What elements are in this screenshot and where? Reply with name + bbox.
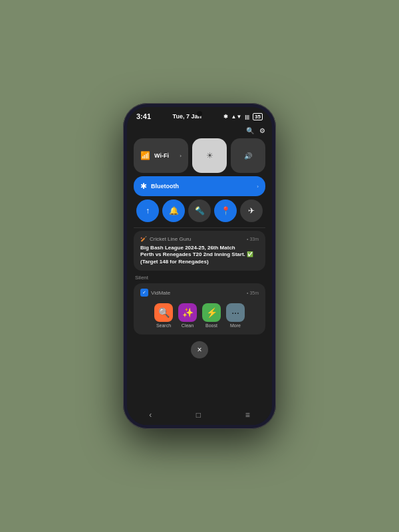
bluetooth-tile[interactable]: ✱ Bluetooth ›: [134, 176, 265, 196]
vidmate-apps-row: 🔍 Search ✨ Clean ⚡ Boost ··· More: [140, 299, 259, 329]
vidmate-header: ✓ VidMate • 35m: [140, 289, 259, 297]
close-icon: ×: [197, 345, 201, 354]
vidmate-time: • 35m: [247, 291, 259, 295]
vidmate-boost-app[interactable]: ⚡ Boost: [202, 303, 221, 328]
qs-row-2: ✱ Bluetooth ›: [134, 176, 265, 196]
wifi-label: Wi-Fi: [154, 152, 169, 159]
battery-icon: 35: [253, 113, 263, 120]
search-icon[interactable]: 🔍: [246, 127, 254, 134]
bluetooth-icon: ✱: [140, 182, 147, 191]
vidmate-more-app[interactable]: ··· More: [226, 303, 245, 328]
phone-screen: 3:41 Tue, 7 Jan ✱ ▲▼ ||| 35 🔍 ⚙ 📶: [127, 107, 272, 425]
phone-device: 3:41 Tue, 7 Jan ✱ ▲▼ ||| 35 🔍 ⚙ 📶: [123, 103, 276, 429]
vidmate-more-icon: ···: [226, 303, 245, 322]
close-notifications-button[interactable]: ×: [191, 341, 208, 358]
bluetooth-status-icon: ✱: [223, 114, 228, 120]
silent-section-label: Silent: [134, 275, 265, 281]
wifi-icon: 📶: [140, 151, 150, 160]
back-button[interactable]: ‹: [142, 409, 158, 421]
vidmate-search-icon: 🔍: [154, 303, 173, 322]
settings-icon[interactable]: ⚙: [259, 127, 265, 134]
data-toggle[interactable]: ↑: [136, 200, 159, 222]
qs-icon-row: ↑ 🔔 🔦 📍 ✈: [134, 200, 265, 222]
status-time: 3:41: [136, 112, 151, 120]
vidmate-clean-label: Clean: [182, 323, 194, 328]
cricket-notification[interactable]: 🏏 Cricket Line Guru • 33m Big Bash Leagu…: [134, 231, 265, 271]
alarm-toggle[interactable]: 🔔: [162, 200, 185, 222]
airplane-toggle[interactable]: ✈: [240, 200, 263, 222]
cricket-notif-text: Big Bash League 2024-25, 26th MatchPerth…: [140, 245, 259, 265]
qs-header: 🔍 ⚙: [134, 126, 265, 138]
brightness-icon: ☀: [206, 151, 213, 160]
vidmate-clean-app[interactable]: ✨ Clean: [178, 303, 197, 328]
quick-settings-panel: 🔍 ⚙ 📶 Wi-Fi › ☀ 🔊: [127, 123, 272, 406]
vidmate-app-name: VidMate: [151, 290, 170, 296]
signal-icon: ▲▼: [231, 114, 242, 120]
bluetooth-label: Bluetooth: [151, 183, 179, 190]
navigation-bar: ‹ □ ≡: [127, 406, 272, 425]
volume-tile[interactable]: 🔊: [231, 138, 265, 173]
wifi-tile[interactable]: 📶 Wi-Fi ›: [134, 138, 188, 173]
vidmate-notification[interactable]: ✓ VidMate • 35m 🔍 Search ✨ Clean ⚡: [134, 283, 265, 334]
cricket-notif-header: 🏏 Cricket Line Guru • 33m: [140, 236, 259, 242]
location-toggle[interactable]: 📍: [214, 200, 237, 222]
bluetooth-arrow: ›: [257, 184, 259, 190]
vidmate-search-app[interactable]: 🔍 Search: [154, 303, 173, 328]
close-button-area: ×: [134, 338, 265, 360]
qs-row-1: 📶 Wi-Fi › ☀ 🔊: [134, 138, 265, 173]
vidmate-boost-label: Boost: [205, 323, 217, 328]
vidmate-search-label: Search: [156, 323, 171, 328]
brightness-tile[interactable]: ☀: [192, 138, 227, 173]
vidmate-check-icon: ✓: [140, 289, 148, 297]
vidmate-more-label: More: [230, 323, 241, 328]
camera-notch: [197, 111, 202, 116]
divider-1: [134, 227, 265, 228]
recents-button[interactable]: ≡: [239, 409, 257, 421]
home-button[interactable]: □: [190, 409, 207, 421]
wifi-arrow: ›: [180, 153, 182, 159]
qs-header-icons: 🔍 ⚙: [246, 127, 265, 134]
cricket-app-name: Cricket Line Guru: [150, 236, 191, 242]
vidmate-clean-icon: ✨: [178, 303, 197, 322]
flashlight-toggle[interactable]: 🔦: [188, 200, 211, 222]
cricket-notif-time: • 33m: [247, 237, 259, 241]
volume-icon: 🔊: [244, 152, 252, 160]
cricket-app-icon: 🏏: [140, 236, 147, 242]
signal-bars: |||: [245, 114, 249, 120]
vidmate-boost-icon: ⚡: [202, 303, 221, 322]
